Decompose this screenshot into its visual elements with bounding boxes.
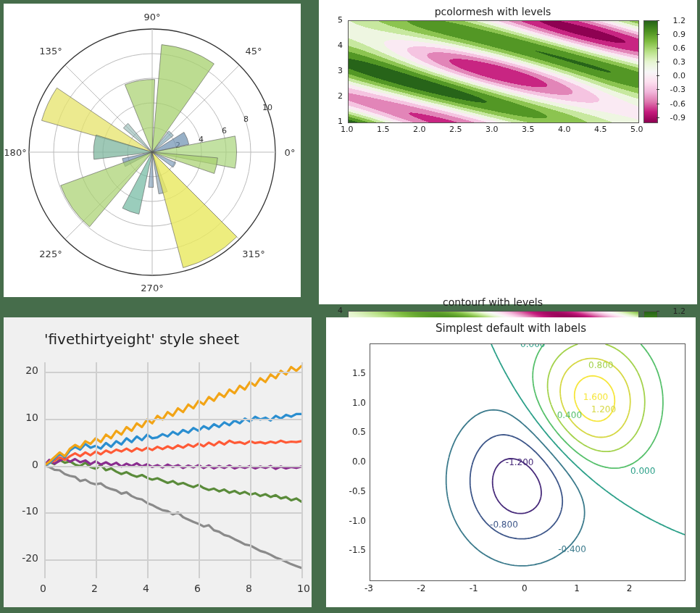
polar-angle-135: 135°: [39, 46, 62, 57]
line-series-blue: [44, 414, 301, 465]
polar-angle-270: 270°: [141, 283, 163, 293]
colorbar-tick: 1.2: [673, 306, 686, 316]
contour-xtick: 2: [627, 583, 633, 593]
polar-angle-225: 225°: [39, 249, 62, 259]
line-ytick: 20: [12, 364, 38, 376]
line-chart-538: 'fivethirtyeight' style sheet 20100-10-2…: [4, 317, 312, 607]
polar-chart: 2 4 6 8 10 0° 45° 90° 135° 180° 225° 270…: [4, 4, 301, 297]
heatmap-ytick: 5: [338, 15, 343, 25]
line-ytick: 0: [12, 459, 38, 470]
contour-title: Simplest default with labels: [326, 322, 696, 335]
contour-label: 1.600: [583, 392, 608, 402]
contour-svg: 0.0000.8000.4001.2001.600-1.200-0.800-0.…: [370, 344, 685, 580]
colorbar-tick: -0.9: [670, 112, 686, 122]
heatmap-xtick: 5.0: [630, 125, 643, 134]
contour-ytick: -1.0: [341, 516, 366, 526]
line-svg: [44, 362, 301, 578]
heatmap-ytick: 4: [338, 41, 343, 50]
heatmap-pair: pcolormesh with levels 1.01.52.02.53.03.…: [319, 0, 697, 304]
colorbar-tick: 1.2: [673, 16, 686, 25]
contour-chart: Simplest default with labels 0.0000.8000…: [326, 317, 696, 607]
line-xtick: 2: [91, 583, 98, 594]
line-ytick: -10: [12, 505, 38, 517]
polar-angle-90: 90°: [143, 12, 160, 22]
line-xtick: 6: [194, 583, 201, 594]
heatmap-xtick: 2.0: [413, 125, 426, 134]
heatmap-xtick: 3.0: [486, 125, 499, 134]
contour-label: 0.400: [557, 410, 582, 420]
heatmap-ytick: 4: [338, 306, 343, 315]
contour-xtick: 1: [574, 583, 580, 593]
contour-ytick: 1.5: [341, 368, 366, 378]
heatmap-xtick: 4.0: [558, 125, 571, 134]
polar-r-6: 6: [222, 126, 227, 135]
contour-plot-area: 0.0000.8000.4001.2001.600-1.200-0.800-0.…: [370, 343, 686, 581]
heatmap-ytick: 3: [338, 66, 343, 75]
colorbar-tick: 0.3: [673, 57, 686, 67]
contour-ytick: 0.5: [341, 427, 366, 437]
contour-ytick: -1.5: [341, 545, 366, 555]
colorbar-tick: -0.6: [670, 99, 686, 108]
contour-label: -1.200: [506, 457, 534, 467]
chart-grid: 2 4 6 8 10 0° 45° 90° 135° 180° 225° 270…: [0, 0, 700, 613]
contour-label: -0.800: [490, 520, 518, 530]
heatmap-xtick: 2.5: [449, 125, 462, 134]
pcolormesh-colorbar: [643, 20, 658, 123]
contour-label: 0.000: [520, 344, 545, 349]
contour-label: -0.400: [558, 544, 586, 554]
line-xtick: 8: [246, 583, 252, 594]
polar-angle-315: 315°: [242, 249, 264, 259]
heatmap-xtick: 3.5: [522, 125, 535, 134]
heatmap-xtick: 4.5: [594, 125, 607, 134]
line-ytick: -20: [12, 552, 38, 564]
heatmap-ytick: 2: [338, 91, 343, 101]
line-xtick: 4: [143, 583, 149, 594]
line-chart-title: 'fivethirtyeight' style sheet: [44, 330, 239, 348]
contour-label: 1.200: [591, 404, 616, 414]
contour-xtick: -2: [417, 583, 425, 593]
colorbar-tick: -0.3: [670, 85, 686, 94]
contour-xtick: -3: [364, 583, 373, 593]
colorbar-tick: 0.6: [673, 43, 686, 53]
contour-xtick: -1: [470, 583, 478, 593]
contour-level: [446, 410, 585, 566]
pcolormesh-chart: pcolormesh with levels 1.01.52.02.53.03.…: [319, 4, 688, 146]
contour-label: 0.800: [588, 360, 613, 370]
contour-label: 0.000: [630, 466, 655, 476]
line-ytick: 10: [12, 412, 38, 423]
line-series-orange: [44, 366, 301, 465]
polar-angle-0: 0°: [285, 147, 296, 158]
polar-r-10: 10: [262, 103, 272, 112]
line-xtick: 0: [40, 583, 46, 594]
colorbar-tick: 0.9: [673, 30, 686, 39]
polar-r-8: 8: [243, 114, 249, 124]
heatmap-ytick: 1: [338, 117, 343, 126]
pcolormesh-plot: [348, 20, 639, 123]
contour-ytick: 0.0: [341, 456, 366, 467]
polar-angle-45: 45°: [245, 46, 262, 57]
pcolormesh-title: pcolormesh with levels: [348, 6, 638, 17]
contour-ytick: -0.5: [341, 486, 366, 496]
line-xtick: 10: [297, 583, 310, 594]
colorbar-tick: 0.0: [673, 71, 686, 80]
line-plot-area: 20100-10-200246810: [44, 362, 301, 578]
polar-angle-180: 180°: [4, 147, 26, 158]
contour-xtick: 0: [522, 583, 528, 593]
contour-ytick: 1.0: [341, 398, 366, 408]
heatmap-xtick: 1.5: [377, 125, 390, 134]
contourf-title: contourf with levels: [348, 296, 638, 308]
polar-bars: [42, 45, 237, 268]
